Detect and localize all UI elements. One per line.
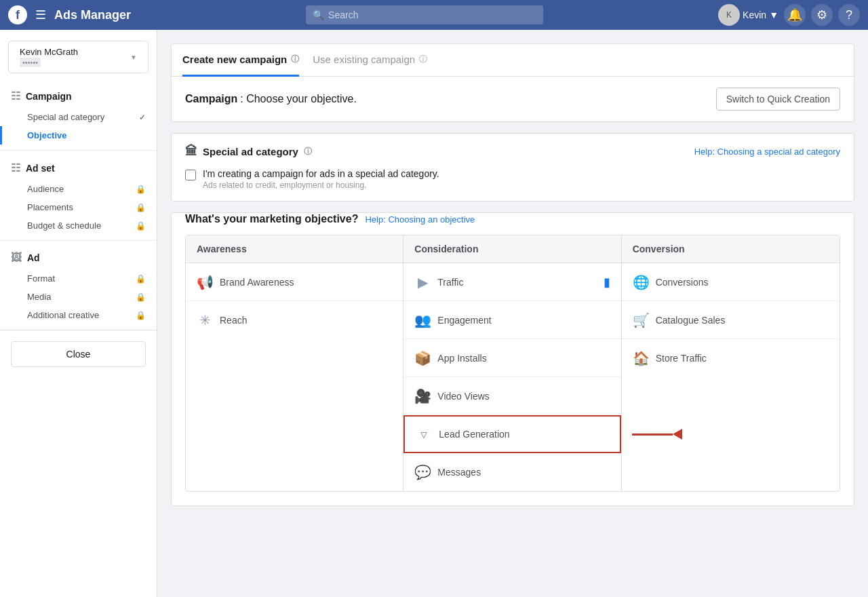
- grid-item-traffic[interactable]: ▶ Traffic ▮: [403, 263, 620, 301]
- create-tab-info-icon[interactable]: ⓘ: [291, 54, 299, 65]
- grid-item-app-installs-label: App Installs: [437, 353, 486, 364]
- sidebar-item-objective[interactable]: Objective: [0, 126, 157, 145]
- grid-item-messages-label: Messages: [437, 467, 481, 478]
- close-button-container: Close: [0, 330, 157, 378]
- grid-item-brand-awareness-label: Brand Awareness: [220, 277, 294, 288]
- special-ad-title-label: Special ad category: [203, 146, 298, 157]
- campaign-grid-icon: ☷: [11, 90, 20, 102]
- arrowhead-left: [673, 429, 682, 440]
- sidebar-ad-set-header: ☷ Ad set: [0, 156, 157, 180]
- sidebar-section-ad: 🖼 Ad Format 🔒 Media 🔒 Additional creativ…: [0, 246, 157, 324]
- special-ad-checkbox-sub: Ads related to credit, employment or hou…: [203, 180, 439, 190]
- objective-help-link[interactable]: Help: Choosing an objective: [365, 214, 475, 225]
- grid-item-messages[interactable]: 💬 Messages: [403, 453, 620, 491]
- gear-icon[interactable]: ⚙: [811, 4, 833, 26]
- grid-item-engagement[interactable]: 👥 Engagement: [403, 301, 620, 339]
- check-icon: ✓: [139, 113, 146, 122]
- grid-item-store-traffic-label: Store Traffic: [656, 353, 707, 364]
- adset-grid-icon: ☷: [11, 161, 20, 174]
- grid-col-consideration: ▶ Traffic ▮ 👥 Engagement 📦 App Installs: [403, 263, 621, 491]
- funnel-icon: ▿: [416, 426, 432, 442]
- special-ad-checkbox[interactable]: [185, 170, 196, 180]
- grid-item-reach[interactable]: ✳ Reach: [186, 301, 403, 339]
- creative-lock-icon: 🔒: [136, 311, 146, 320]
- search-icon: 🔍: [313, 9, 324, 20]
- special-ad-info-icon[interactable]: ⓘ: [304, 146, 312, 157]
- notifications-icon[interactable]: 🔔: [784, 4, 806, 26]
- audience-lock-icon: 🔒: [136, 185, 146, 194]
- grid-header-consideration: Consideration: [403, 235, 621, 263]
- sidebar-item-placements[interactable]: Placements 🔒: [0, 198, 157, 216]
- account-name: Kevin McGrath: [20, 47, 78, 57]
- sidebar-item-additional-creative[interactable]: Additional creative 🔒: [0, 306, 157, 324]
- reach-icon: ✳: [197, 312, 213, 328]
- sidebar-item-format[interactable]: Format 🔒: [0, 269, 157, 288]
- megaphone-icon: 📢: [197, 274, 213, 290]
- special-ad-header: 🏛 Special ad category ⓘ Help: Choosing a…: [185, 145, 840, 159]
- grid-item-lead-generation[interactable]: ▿ Lead Generation: [403, 415, 620, 453]
- grid-item-traffic-label: Traffic: [437, 277, 463, 288]
- sidebar-divider-1: [0, 150, 157, 151]
- campaign-tabs: Create new campaign ⓘ Use existing campa…: [172, 44, 854, 77]
- sidebar-item-media[interactable]: Media 🔒: [0, 288, 157, 306]
- main-content: Create new campaign ⓘ Use existing campa…: [157, 30, 868, 597]
- user-name: Kevin: [743, 9, 766, 20]
- placements-lock-icon: 🔒: [136, 203, 146, 212]
- switch-quick-creation-button[interactable]: Switch to Quick Creation: [716, 88, 840, 111]
- account-selector[interactable]: Kevin McGrath •••••• ▼: [8, 41, 149, 73]
- objective-section: What's your marketing objective? Help: C…: [172, 213, 854, 505]
- grid-item-conversions-label: Conversions: [656, 277, 709, 288]
- cart-icon: 🛒: [633, 312, 649, 328]
- messages-icon: 💬: [414, 464, 431, 480]
- sidebar-ad-header: 🖼 Ad: [0, 246, 157, 269]
- arrow-line: [632, 434, 673, 436]
- campaign-title-main: : Choose your objective.: [240, 93, 357, 104]
- objective-header: What's your marketing objective? Help: C…: [185, 213, 840, 225]
- sidebar-item-audience[interactable]: Audience 🔒: [0, 180, 157, 198]
- tab-create-new-campaign[interactable]: Create new campaign ⓘ: [182, 44, 299, 77]
- globe-icon: 🌐: [633, 274, 649, 290]
- traffic-mobile-icon: ▮: [604, 275, 610, 290]
- grid-header-row: Awareness Consideration Conversion: [186, 235, 840, 263]
- sidebar-divider-2: [0, 240, 157, 241]
- special-ad-help-link[interactable]: Help: Choosing a special ad category: [694, 147, 840, 157]
- sidebar-section-ad-set: ☷ Ad set Audience 🔒 Placements 🔒 Budget …: [0, 156, 157, 235]
- help-icon[interactable]: ?: [838, 4, 860, 26]
- app-installs-icon: 📦: [414, 350, 431, 366]
- hamburger-menu[interactable]: ☰: [35, 7, 46, 22]
- search-bar[interactable]: 🔍: [306, 5, 543, 24]
- top-navigation: f ☰ Ads Manager 🔍 K Kevin ▼ 🔔 ⚙ ?: [0, 0, 868, 30]
- nav-right-actions: K Kevin ▼ 🔔 ⚙ ?: [718, 4, 860, 26]
- media-lock-icon: 🔒: [136, 292, 146, 302]
- main-layout: Kevin McGrath •••••• ▼ ☷ Campaign Specia…: [0, 30, 868, 597]
- existing-tab-info-icon[interactable]: ⓘ: [419, 54, 427, 65]
- grid-item-brand-awareness[interactable]: 📢 Brand Awareness: [186, 263, 403, 301]
- grid-item-store-traffic[interactable]: 🏠 Store Traffic: [622, 339, 840, 377]
- close-button[interactable]: Close: [11, 341, 146, 367]
- sidebar-campaign-header: ☷ Campaign: [0, 84, 157, 108]
- special-ad-section: 🏛 Special ad category ⓘ Help: Choosing a…: [172, 134, 854, 201]
- grid-item-engagement-label: Engagement: [437, 315, 491, 326]
- grid-item-catalogue-sales-label: Catalogue Sales: [656, 315, 726, 326]
- sidebar-item-budget-schedule[interactable]: Budget & schedule 🔒: [0, 216, 157, 235]
- facebook-logo: f: [8, 5, 27, 24]
- grid-item-app-installs[interactable]: 📦 App Installs: [403, 339, 620, 377]
- lead-generation-arrow: [632, 429, 682, 440]
- grid-item-video-views[interactable]: 🎥 Video Views: [403, 377, 620, 415]
- grid-header-awareness: Awareness: [186, 235, 403, 263]
- search-input[interactable]: [328, 9, 536, 20]
- sidebar-ad-label: Ad: [27, 252, 40, 263]
- objective-grid: Awareness Consideration Conversion 📢 Bra…: [185, 235, 840, 492]
- store-icon: 🏠: [633, 350, 649, 366]
- grid-item-conversions[interactable]: 🌐 Conversions: [622, 263, 840, 301]
- campaign-card: Create new campaign ⓘ Use existing campa…: [171, 43, 854, 122]
- user-menu[interactable]: K Kevin ▼: [718, 4, 778, 26]
- special-ad-checkbox-row: I'm creating a campaign for ads in a spe…: [185, 168, 840, 190]
- tab-use-existing-campaign[interactable]: Use existing campaign ⓘ: [313, 44, 427, 77]
- grid-item-reach-label: Reach: [220, 315, 247, 326]
- grid-item-catalogue-sales[interactable]: 🛒 Catalogue Sales: [622, 301, 840, 339]
- grid-item-video-views-label: Video Views: [437, 391, 490, 402]
- special-ad-title: 🏛 Special ad category ⓘ: [185, 145, 312, 159]
- video-icon: 🎥: [414, 388, 431, 404]
- sidebar-item-special-ad-category[interactable]: Special ad category ✓: [0, 108, 157, 126]
